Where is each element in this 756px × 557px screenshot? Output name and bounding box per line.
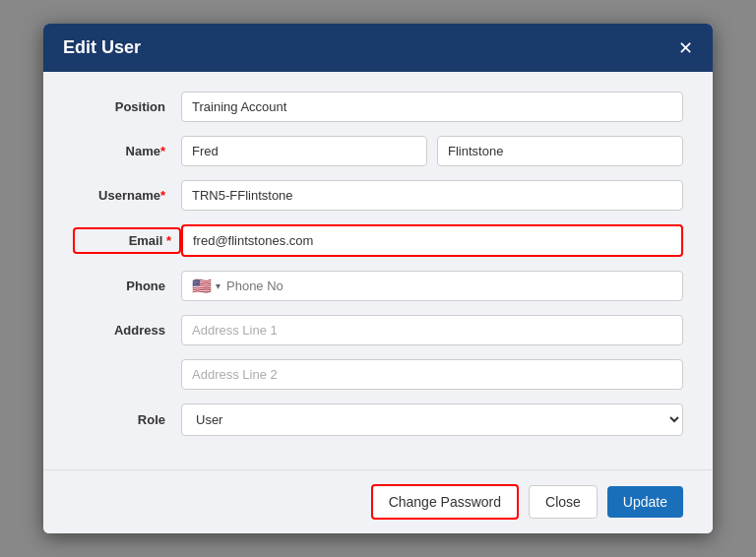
- name-inputs: [181, 136, 683, 166]
- phone-row: Phone 🇺🇸 ▾: [73, 271, 683, 301]
- email-input[interactable]: [181, 224, 683, 257]
- role-select[interactable]: User Admin Manager: [181, 403, 683, 436]
- modal-overlay: Edit User ✕ Position Name*: [0, 0, 756, 557]
- change-password-button[interactable]: Change Password: [371, 484, 519, 520]
- email-row: Email *: [73, 224, 683, 257]
- close-icon[interactable]: ✕: [678, 39, 693, 57]
- last-name-input[interactable]: [437, 136, 683, 166]
- modal-header: Edit User ✕: [43, 24, 713, 72]
- address-line1-input[interactable]: [181, 315, 683, 345]
- modal-title: Edit User: [63, 37, 141, 58]
- close-button[interactable]: Close: [529, 485, 598, 519]
- position-row: Position: [73, 92, 683, 122]
- phone-input[interactable]: [226, 272, 672, 300]
- phone-label: Phone: [73, 278, 181, 293]
- role-row: Role User Admin Manager: [73, 403, 683, 436]
- position-label: Position: [73, 99, 181, 114]
- username-label: Username*: [73, 188, 181, 203]
- address-label: Address: [73, 323, 181, 338]
- update-button[interactable]: Update: [607, 486, 683, 518]
- modal-body: Position Name* Username*: [43, 72, 713, 469]
- address2-row: [73, 359, 683, 390]
- modal-footer: Change Password Close Update: [43, 469, 713, 533]
- flag-icon: 🇺🇸: [192, 277, 212, 295]
- name-label: Name*: [73, 144, 181, 158]
- email-label: Email *: [73, 227, 181, 254]
- name-row: Name*: [73, 136, 683, 166]
- position-input[interactable]: [181, 92, 683, 122]
- phone-input-wrapper: 🇺🇸 ▾: [181, 271, 683, 301]
- address-row: Address: [73, 315, 683, 345]
- first-name-input[interactable]: [181, 136, 427, 166]
- address-line2-input[interactable]: [181, 359, 683, 390]
- edit-user-modal: Edit User ✕ Position Name*: [43, 24, 713, 533]
- role-label: Role: [73, 412, 181, 427]
- username-input[interactable]: [181, 180, 683, 211]
- username-row: Username*: [73, 180, 683, 211]
- phone-dropdown-arrow[interactable]: ▾: [216, 280, 220, 291]
